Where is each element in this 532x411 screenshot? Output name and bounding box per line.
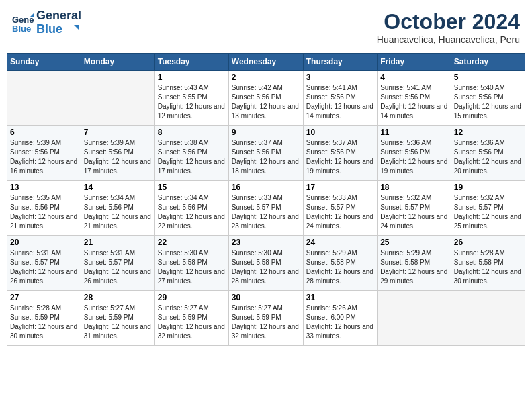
day-info: Sunrise: 5:41 AM Sunset: 5:56 PM Dayligh… — [306, 84, 373, 120]
day-info: Sunrise: 5:34 AM Sunset: 5:56 PM Dayligh… — [158, 194, 225, 230]
day-number: 20 — [10, 238, 78, 247]
logo: General Blue General Blue — [12, 9, 81, 36]
calendar-cell: 22 Sunrise: 5:30 AM Sunset: 5:58 PM Dayl… — [154, 236, 228, 291]
calendar-cell: 6 Sunrise: 5:39 AM Sunset: 5:56 PM Dayli… — [7, 126, 81, 181]
calendar-cell: 11 Sunrise: 5:36 AM Sunset: 5:56 PM Dayl… — [378, 126, 451, 181]
day-info: Sunrise: 5:43 AM Sunset: 5:55 PM Dayligh… — [158, 84, 225, 120]
calendar-week-row: 6 Sunrise: 5:39 AM Sunset: 5:56 PM Dayli… — [7, 126, 525, 181]
calendar-cell: 24 Sunrise: 5:29 AM Sunset: 5:58 PM Dayl… — [303, 236, 377, 291]
day-number: 4 — [380, 73, 448, 82]
calendar-cell: 1 Sunrise: 5:43 AM Sunset: 5:55 PM Dayli… — [154, 71, 228, 126]
day-number: 3 — [306, 73, 374, 82]
day-number: 1 — [158, 73, 226, 82]
logo-icon: General Blue — [12, 12, 34, 34]
day-info: Sunrise: 5:32 AM Sunset: 5:57 PM Dayligh… — [454, 194, 521, 230]
day-number: 2 — [232, 73, 300, 82]
calendar-cell: 26 Sunrise: 5:28 AM Sunset: 5:58 PM Dayl… — [451, 236, 525, 291]
calendar-cell: 28 Sunrise: 5:27 AM Sunset: 5:59 PM Dayl… — [81, 291, 154, 346]
day-number: 12 — [454, 128, 522, 137]
day-info: Sunrise: 5:29 AM Sunset: 5:58 PM Dayligh… — [380, 249, 447, 285]
month-year-title: October 2024 — [377, 9, 520, 34]
day-number: 25 — [380, 238, 448, 247]
weekday-header-thursday: Thursday — [303, 54, 377, 71]
day-info: Sunrise: 5:39 AM Sunset: 5:56 PM Dayligh… — [84, 139, 151, 175]
day-number: 13 — [10, 183, 78, 192]
calendar-table: SundayMondayTuesdayWednesdayThursdayFrid… — [7, 53, 525, 346]
day-number: 31 — [306, 293, 374, 302]
calendar-cell: 20 Sunrise: 5:31 AM Sunset: 5:57 PM Dayl… — [7, 236, 81, 291]
day-number: 10 — [306, 128, 374, 137]
day-number: 27 — [10, 293, 78, 302]
title-block: October 2024 Huancavelica, Huancavelica,… — [377, 9, 520, 45]
logo-wave-icon — [67, 24, 79, 36]
calendar-week-row: 13 Sunrise: 5:35 AM Sunset: 5:56 PM Dayl… — [7, 181, 525, 236]
weekday-header-tuesday: Tuesday — [154, 54, 228, 71]
calendar-cell — [7, 71, 81, 126]
day-number: 18 — [380, 183, 448, 192]
calendar-cell: 15 Sunrise: 5:34 AM Sunset: 5:56 PM Dayl… — [154, 181, 228, 236]
day-info: Sunrise: 5:38 AM Sunset: 5:56 PM Dayligh… — [158, 139, 225, 175]
day-number: 14 — [84, 183, 152, 192]
day-info: Sunrise: 5:30 AM Sunset: 5:58 PM Dayligh… — [158, 249, 225, 285]
calendar-cell: 9 Sunrise: 5:37 AM Sunset: 5:56 PM Dayli… — [228, 126, 303, 181]
day-info: Sunrise: 5:28 AM Sunset: 5:59 PM Dayligh… — [10, 304, 77, 340]
calendar-week-row: 1 Sunrise: 5:43 AM Sunset: 5:55 PM Dayli… — [7, 71, 525, 126]
day-number: 16 — [232, 183, 300, 192]
calendar-cell: 25 Sunrise: 5:29 AM Sunset: 5:58 PM Dayl… — [378, 236, 451, 291]
day-number: 8 — [158, 128, 226, 137]
page-header: General Blue General Blue October 2024 H… — [7, 7, 525, 48]
day-info: Sunrise: 5:27 AM Sunset: 5:59 PM Dayligh… — [158, 304, 225, 340]
calendar-cell: 31 Sunrise: 5:26 AM Sunset: 6:00 PM Dayl… — [303, 291, 377, 346]
svg-marker-3 — [74, 25, 79, 30]
day-info: Sunrise: 5:26 AM Sunset: 6:00 PM Dayligh… — [306, 304, 373, 340]
day-info: Sunrise: 5:27 AM Sunset: 5:59 PM Dayligh… — [84, 304, 151, 340]
day-number: 11 — [380, 128, 448, 137]
day-info: Sunrise: 5:29 AM Sunset: 5:58 PM Dayligh… — [306, 249, 373, 285]
day-info: Sunrise: 5:33 AM Sunset: 5:57 PM Dayligh… — [306, 194, 373, 230]
calendar-cell: 21 Sunrise: 5:31 AM Sunset: 5:57 PM Dayl… — [81, 236, 154, 291]
day-info: Sunrise: 5:31 AM Sunset: 5:57 PM Dayligh… — [84, 249, 151, 285]
weekday-header-row: SundayMondayTuesdayWednesdayThursdayFrid… — [7, 54, 525, 71]
calendar-cell — [451, 291, 525, 346]
day-info: Sunrise: 5:28 AM Sunset: 5:58 PM Dayligh… — [454, 249, 521, 285]
calendar-cell: 13 Sunrise: 5:35 AM Sunset: 5:56 PM Dayl… — [7, 181, 81, 236]
calendar-cell: 5 Sunrise: 5:40 AM Sunset: 5:56 PM Dayli… — [451, 71, 525, 126]
calendar-cell: 16 Sunrise: 5:33 AM Sunset: 5:57 PM Dayl… — [228, 181, 303, 236]
calendar-cell: 23 Sunrise: 5:30 AM Sunset: 5:58 PM Dayl… — [228, 236, 303, 291]
day-info: Sunrise: 5:41 AM Sunset: 5:56 PM Dayligh… — [380, 84, 447, 120]
day-info: Sunrise: 5:32 AM Sunset: 5:57 PM Dayligh… — [380, 194, 447, 230]
calendar-cell: 8 Sunrise: 5:38 AM Sunset: 5:56 PM Dayli… — [154, 126, 228, 181]
calendar-cell: 4 Sunrise: 5:41 AM Sunset: 5:56 PM Dayli… — [378, 71, 451, 126]
weekday-header-wednesday: Wednesday — [228, 54, 303, 71]
logo-blue: Blue — [36, 22, 62, 36]
day-number: 5 — [454, 73, 522, 82]
day-number: 17 — [306, 183, 374, 192]
day-info: Sunrise: 5:42 AM Sunset: 5:56 PM Dayligh… — [232, 84, 299, 120]
svg-text:Blue: Blue — [12, 24, 31, 34]
day-number: 9 — [232, 128, 300, 137]
day-info: Sunrise: 5:33 AM Sunset: 5:57 PM Dayligh… — [232, 194, 299, 230]
calendar-cell: 14 Sunrise: 5:34 AM Sunset: 5:56 PM Dayl… — [81, 181, 154, 236]
calendar-cell: 27 Sunrise: 5:28 AM Sunset: 5:59 PM Dayl… — [7, 291, 81, 346]
weekday-header-monday: Monday — [81, 54, 154, 71]
calendar-cell: 18 Sunrise: 5:32 AM Sunset: 5:57 PM Dayl… — [378, 181, 451, 236]
day-info: Sunrise: 5:37 AM Sunset: 5:56 PM Dayligh… — [232, 139, 299, 175]
calendar-cell: 17 Sunrise: 5:33 AM Sunset: 5:57 PM Dayl… — [303, 181, 377, 236]
calendar-cell — [378, 291, 451, 346]
calendar-cell: 7 Sunrise: 5:39 AM Sunset: 5:56 PM Dayli… — [81, 126, 154, 181]
day-info: Sunrise: 5:36 AM Sunset: 5:56 PM Dayligh… — [454, 139, 521, 175]
day-number: 19 — [454, 183, 522, 192]
day-info: Sunrise: 5:35 AM Sunset: 5:56 PM Dayligh… — [10, 194, 77, 230]
calendar-cell: 10 Sunrise: 5:37 AM Sunset: 5:56 PM Dayl… — [303, 126, 377, 181]
day-number: 15 — [158, 183, 226, 192]
day-number: 26 — [454, 238, 522, 247]
calendar-cell: 29 Sunrise: 5:27 AM Sunset: 5:59 PM Dayl… — [154, 291, 228, 346]
calendar-cell: 2 Sunrise: 5:42 AM Sunset: 5:56 PM Dayli… — [228, 71, 303, 126]
weekday-header-saturday: Saturday — [451, 54, 525, 71]
day-number: 29 — [158, 293, 226, 302]
weekday-header-friday: Friday — [378, 54, 451, 71]
logo-general: General — [36, 9, 81, 22]
location-subtitle: Huancavelica, Huancavelica, Peru — [377, 34, 520, 45]
calendar-cell — [81, 71, 154, 126]
day-info: Sunrise: 5:37 AM Sunset: 5:56 PM Dayligh… — [306, 139, 373, 175]
